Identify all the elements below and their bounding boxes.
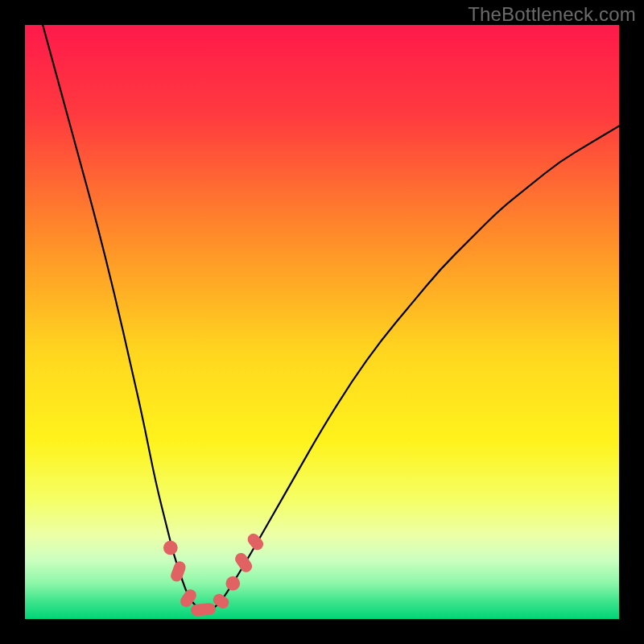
data-marker xyxy=(225,576,240,591)
chart-frame: TheBottleneck.com xyxy=(0,0,644,644)
data-marker xyxy=(163,541,178,555)
gradient-background xyxy=(25,25,619,619)
plot-area xyxy=(25,25,619,619)
chart-svg xyxy=(25,25,619,619)
watermark-text: TheBottleneck.com xyxy=(468,3,636,26)
